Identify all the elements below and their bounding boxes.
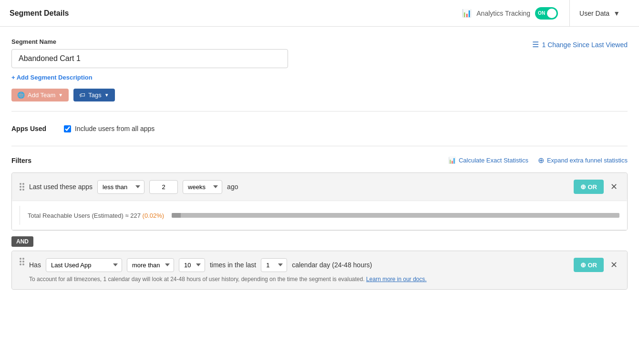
stats-text: Total Reachable Users (Estimated) ≈ 227 … — [28, 212, 164, 219]
filter-1-value-input[interactable] — [149, 180, 178, 194]
filters-title: Filters — [11, 157, 31, 164]
analytics-tracking-section: 📊 Analytics Tracking ON — [451, 0, 570, 27]
filter-1-or-button[interactable]: ⊕ OR — [574, 180, 604, 194]
drag-dot — [20, 258, 21, 260]
drag-dot — [22, 186, 24, 188]
apps-used-section: Apps Used Include users from all apps — [11, 121, 628, 136]
add-team-label: Add Team — [28, 91, 55, 99]
learn-more-link[interactable]: Learn more in our docs. — [366, 276, 427, 283]
change-since-viewed-link[interactable]: ☰ 1 Change Since Last Viewed — [532, 40, 628, 49]
include-all-apps-label: Include users from all apps — [75, 125, 155, 132]
segment-name-row: Segment Name ☰ 1 Change Since Last Viewe… — [11, 38, 628, 68]
drag-dot — [22, 261, 24, 263]
filter-2-close-button[interactable]: ✕ — [608, 260, 619, 270]
drag-dot — [20, 261, 21, 263]
tags-caret-icon: ▼ — [104, 92, 109, 98]
stats-base-text: Total Reachable Users (Estimated) ≈ 227 — [28, 212, 141, 219]
filter-1-label: Last used these apps — [29, 183, 93, 191]
filter-2-top: Has Last Used App First Used App more th… — [29, 258, 619, 272]
drag-dot — [22, 183, 24, 185]
or-plus-icon-2: ⊕ — [580, 261, 586, 269]
expand-funnel-button[interactable]: ⊕ Expand extra funnel statistics — [538, 156, 628, 165]
filter-2-wrapper: Has Last Used App First Used App more th… — [11, 251, 628, 290]
segment-name-input[interactable] — [11, 49, 288, 68]
globe-icon: 🌐 — [17, 91, 25, 99]
filter-2-property-select[interactable]: Last Used App First Used App — [46, 258, 122, 272]
or-plus-icon: ⊕ — [580, 183, 586, 191]
tags-button[interactable]: 🏷 Tags ▼ — [73, 89, 114, 101]
filter-2-or-label: OR — [588, 262, 598, 269]
add-team-button[interactable]: 🌐 Add Team ▼ — [11, 89, 69, 101]
filters-header: Filters 📊 Calculate Exact Statistics ⊕ E… — [11, 156, 628, 165]
filter-1-or-label: OR — [588, 183, 598, 191]
filter-2-or-button[interactable]: ⊕ OR — [574, 258, 604, 272]
filter-2-suffix: calendar day (24-48 hours) — [292, 261, 372, 269]
segment-name-label: Segment Name — [11, 38, 288, 45]
filter-1-close-button[interactable]: ✕ — [608, 182, 619, 192]
segment-name-section: Segment Name ☰ 1 Change Since Last Viewe… — [11, 38, 628, 101]
include-all-apps-checkbox[interactable] — [64, 125, 71, 132]
tags-label: Tags — [88, 91, 101, 99]
expand-plus-icon: ⊕ — [538, 156, 544, 165]
filter-1-stats-row: Total Reachable Users (Estimated) ≈ 227 … — [12, 201, 627, 230]
add-description-label: + Add Segment Description — [11, 74, 93, 81]
calc-icon: 📊 — [448, 157, 456, 164]
drag-dot — [20, 186, 21, 188]
drag-dot — [20, 263, 21, 265]
stats-bar-fill — [172, 213, 181, 218]
page-title: Segment Details — [10, 9, 69, 18]
toggle-knob — [547, 9, 557, 18]
filter-1-drag-handle[interactable] — [20, 183, 24, 191]
stats-percent: (0.02%) — [143, 212, 165, 219]
app-header: Segment Details 📊 Analytics Tracking ON … — [0, 0, 639, 27]
drag-dot — [22, 263, 24, 265]
filter-1-comparison-select[interactable]: less than more than exactly — [97, 180, 144, 194]
filter-2-comparison-select[interactable]: more than less than exactly — [127, 258, 174, 272]
filter-2-value-select[interactable]: 10 5 20 — [179, 258, 205, 272]
filter-2-middle-text: times in the last — [210, 261, 256, 269]
user-data-button[interactable]: User Data ▼ — [570, 0, 629, 27]
calculate-exact-statistics-button[interactable]: 📊 Calculate Exact Statistics — [448, 157, 528, 164]
expand-funnel-label: Expand extra funnel statistics — [547, 157, 628, 164]
drag-dot — [20, 189, 21, 191]
change-since-viewed-label: 1 Change Since Last Viewed — [542, 41, 628, 49]
user-data-caret-icon: ▼ — [613, 10, 620, 17]
filter-1-unit-select[interactable]: hours days weeks months — [183, 180, 222, 194]
analytics-toggle[interactable]: ON — [535, 7, 558, 20]
stats-divider — [20, 206, 20, 225]
drag-dot — [22, 189, 24, 191]
toggle-on-label: ON — [538, 10, 545, 16]
filter-2-drag-handle[interactable] — [20, 258, 24, 265]
add-team-caret-icon: ▼ — [58, 92, 63, 98]
filter-1-wrapper: Last used these apps less than more than… — [11, 172, 628, 231]
filter-1-row: Last used these apps less than more than… — [12, 173, 627, 201]
segment-name-left: Segment Name — [11, 38, 288, 68]
and-badge: AND — [11, 236, 33, 247]
analytics-label: Analytics Tracking — [476, 10, 530, 17]
drag-dot — [22, 258, 24, 260]
tag-icon: 🏷 — [79, 91, 85, 99]
filter-1-ago-text: ago — [227, 183, 238, 191]
tags-row: 🌐 Add Team ▼ 🏷 Tags ▼ — [11, 89, 628, 101]
user-data-label: User Data — [579, 10, 609, 17]
filter-2-count-select[interactable]: 1 2 7 30 — [261, 258, 287, 272]
filter-2-note: To account for all timezones, 1 calendar… — [29, 276, 619, 283]
filter-2-note-text: To account for all timezones, 1 calendar… — [29, 276, 365, 283]
divider-1 — [11, 111, 628, 111]
filter-2-prefix: Has — [29, 261, 41, 269]
stats-bar — [172, 213, 619, 218]
include-all-apps-checkbox-row: Include users from all apps — [64, 125, 155, 132]
filters-actions: 📊 Calculate Exact Statistics ⊕ Expand ex… — [448, 156, 628, 165]
filter-2-row: Has Last Used App First Used App more th… — [12, 251, 627, 289]
main-content: Segment Name ☰ 1 Change Since Last Viewe… — [0, 27, 639, 364]
calc-stats-label: Calculate Exact Statistics — [459, 157, 528, 164]
and-separator: AND — [11, 233, 628, 251]
apps-used-label: Apps Used — [11, 125, 54, 132]
divider-2 — [11, 146, 628, 146]
list-icon: ☰ — [532, 40, 539, 49]
analytics-icon: 📊 — [462, 9, 472, 18]
add-description-link[interactable]: + Add Segment Description — [11, 74, 93, 81]
header-right: 📊 Analytics Tracking ON User Data ▼ — [451, 0, 629, 27]
drag-dot — [20, 183, 21, 185]
filter-2-content: Has Last Used App First Used App more th… — [29, 258, 619, 283]
